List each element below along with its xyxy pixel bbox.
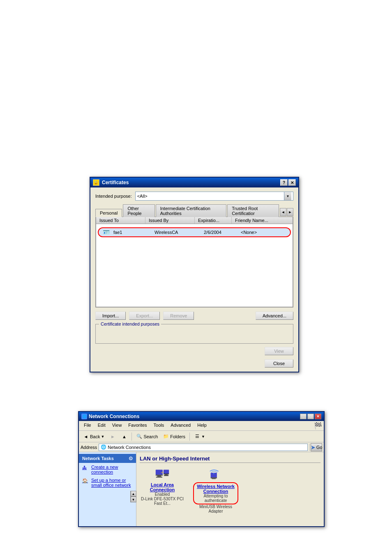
left-panel: Network Tasks ⊙ 🖧 Create a new connectio… (79, 452, 136, 526)
wireless-connection-item[interactable]: Wireless Network Connection Attempting t… (193, 466, 238, 513)
table-body: 🪪 fae1 WirelessCA 2/6/2004 <None> (96, 224, 293, 240)
cert-purposes-content (99, 328, 290, 340)
address-bar: Address 🌐 Network Connections ➤ Go (79, 442, 324, 452)
col-expiration[interactable]: Expiratio... (195, 217, 232, 224)
cert-buttons-row: Import... Export... Remove Advanced... (95, 312, 293, 320)
back-arrow: ▼ (101, 435, 104, 439)
tab-trusted-root[interactable]: Trusted Root Certificatior (227, 204, 279, 217)
views-button[interactable]: ☰ ▼ (192, 432, 207, 441)
address-input[interactable]: 🌐 Network Connections (99, 444, 308, 451)
cell-expiration: 2/6/2004 (201, 229, 238, 235)
intended-purpose-label: Intended purpose: (95, 194, 132, 199)
toolbar: ◄ Back ▼ ► ▲ 🔍 Search 📁 Folders ☰ ▼ (79, 431, 324, 442)
section-title: LAN or High-Speed Internet (140, 456, 321, 463)
close-window-button[interactable]: ✕ (315, 414, 321, 419)
wireless-name: Wireless Network Connection (196, 484, 235, 494)
col-friendly-name[interactable]: Friendly Name... (232, 217, 273, 224)
certificates-title-text: Certificates (102, 180, 129, 185)
import-button[interactable]: Import... (95, 312, 126, 320)
table-row[interactable]: 🪪 fae1 WirelessCA 2/6/2004 <None> (98, 227, 291, 237)
svg-rect-1 (156, 475, 163, 476)
view-button[interactable]: View (265, 347, 293, 355)
view-btn-row: View (95, 347, 293, 355)
svg-rect-6 (165, 474, 168, 475)
network-connections-window: 🌐 Network Connections _ □ ✕ File Edit Vi… (78, 411, 325, 527)
up-button[interactable]: ▲ (119, 432, 129, 441)
titlebar-controls: ? ✕ (280, 179, 296, 186)
create-connection-icon: 🖧 (82, 465, 89, 472)
network-title-text: Network Connections (89, 414, 139, 419)
network-controls: _ □ ✕ (300, 414, 321, 419)
tab-other-people[interactable]: Other People (123, 204, 154, 217)
search-button[interactable]: 🔍 Search (134, 432, 160, 441)
forward-icon: ► (109, 433, 116, 440)
network-tasks-label: Network Tasks (82, 456, 114, 461)
network-tasks-header[interactable]: Network Tasks ⊙ (79, 454, 136, 463)
local-area-status: Enabled (140, 492, 185, 497)
network-titlebar: 🌐 Network Connections _ □ ✕ (79, 412, 324, 421)
addr-sep (309, 444, 310, 451)
setup-network-label: Set up a home or small office network (91, 478, 133, 488)
cert-close-button[interactable]: Close (265, 359, 293, 368)
select-arrow-icon[interactable]: ▼ (284, 192, 291, 200)
create-connection-label: Create a new connection (91, 465, 133, 474)
menu-favorites[interactable]: Favorites (125, 422, 150, 430)
wireless-info: Wireless Network Connection Attempting t… (193, 482, 238, 513)
wireless-icon (208, 466, 224, 481)
scroll-down[interactable]: ▼ (131, 497, 136, 502)
go-arrow-icon: ➤ (311, 444, 316, 451)
menu-advanced[interactable]: Advanced (167, 422, 194, 430)
toolbar-separator-1 (131, 432, 132, 441)
go-button[interactable]: ➤ Go (311, 443, 322, 451)
network-titlebar-left: 🌐 Network Connections (81, 414, 139, 419)
views-down-arrow: ▼ (201, 435, 205, 439)
folders-icon: 📁 (163, 433, 169, 440)
remove-button[interactable]: Remove (163, 312, 194, 320)
svg-rect-4 (164, 469, 169, 474)
back-icon: ◄ (83, 433, 89, 440)
create-connection-item[interactable]: 🖧 Create a new connection (79, 463, 136, 476)
local-area-name: Local Area Connection (140, 482, 185, 492)
scroll-up[interactable]: ▲ (131, 491, 136, 497)
svg-rect-5 (164, 474, 169, 474)
tab-personal[interactable]: Personal (95, 209, 122, 217)
col-issued-to[interactable]: Issued To (96, 217, 145, 224)
close-button[interactable]: ✕ (288, 179, 296, 186)
views-icon: ☰ (194, 433, 201, 440)
intended-purpose-select[interactable]: <All> ▼ (135, 192, 293, 201)
svg-rect-7 (164, 475, 168, 476)
wireless-adapter: MiniUSB Wireless Adapter (193, 504, 238, 513)
folders-button[interactable]: 📁 Folders (161, 432, 187, 441)
right-content: LAN or High-Speed Internet (136, 452, 324, 526)
menu-edit[interactable]: Edit (95, 422, 109, 430)
menu-tools[interactable]: Tools (150, 422, 168, 430)
export-button[interactable]: Export... (129, 312, 160, 320)
help-button[interactable]: ? (280, 179, 288, 186)
back-button[interactable]: ◄ Back ▼ (81, 432, 106, 441)
forward-button[interactable]: ► (107, 432, 118, 441)
intended-purpose-value: <All> (137, 194, 148, 199)
local-area-connection-item[interactable]: Local Area Connection Enabled D-Link DFE… (140, 466, 185, 513)
svg-rect-10 (211, 478, 217, 479)
tab-intermediate[interactable]: Intermediate Certification Authorities (156, 204, 227, 217)
maximize-button[interactable]: □ (307, 414, 314, 419)
tab-right-btn[interactable]: ► (287, 208, 293, 216)
svg-rect-2 (157, 476, 161, 477)
search-icon: 🔍 (136, 433, 143, 440)
setup-network-item[interactable]: 🏠 Set up a home or small office network (79, 476, 136, 489)
certificates-dialog: 🔐 Certificates ? ✕ Intended purpose: <Al… (90, 177, 299, 372)
menu-file[interactable]: File (81, 422, 95, 430)
titlebar-left: 🔐 Certificates (93, 179, 129, 186)
menu-help[interactable]: Help (194, 422, 210, 430)
minimize-button[interactable]: _ (300, 414, 307, 419)
col-issued-by[interactable]: Issued By (145, 217, 195, 224)
tab-left-btn[interactable]: ◄ (280, 208, 286, 216)
menu-view[interactable]: View (109, 422, 125, 430)
scroll-indicator: ▲ ▼ (130, 491, 136, 502)
certificates-tab-panel: Issued To Issued By Expiratio... Friendl… (95, 217, 293, 308)
advanced-button[interactable]: Advanced... (256, 312, 293, 320)
svg-rect-11 (212, 478, 216, 479)
local-area-icon (154, 466, 171, 481)
cell-issued-to: fae1 (110, 229, 151, 235)
go-label: Go (316, 445, 323, 450)
